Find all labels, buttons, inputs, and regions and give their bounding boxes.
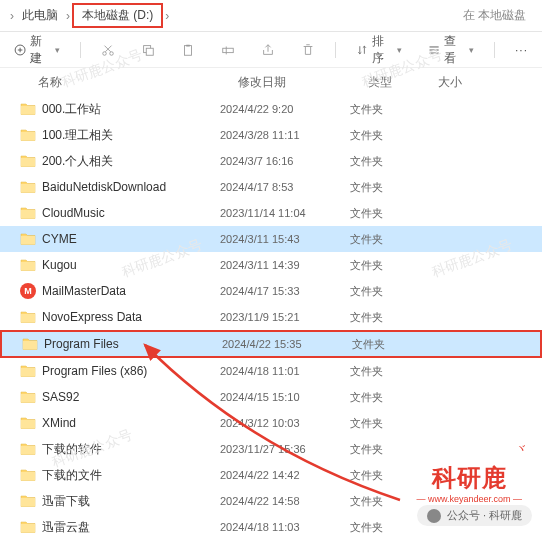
delete-button[interactable] [295,39,321,61]
paste-button[interactable] [175,39,201,61]
sort-icon [356,43,368,57]
file-date: 2024/4/22 15:35 [222,338,352,350]
file-name: 000.工作站 [42,101,101,118]
toolbar: 新建 ▾ 排序 ▾ 查看 ▾ ··· [0,32,542,68]
file-type: 文件夹 [350,232,420,247]
folder-icon [20,494,36,508]
file-name: CYME [42,232,77,246]
file-type: 文件夹 [350,206,420,221]
sort-label: 排序 [372,33,393,67]
file-date: 2024/3/7 16:16 [220,155,350,167]
file-type: 文件夹 [350,128,420,143]
copy-icon [141,43,155,57]
file-type: 文件夹 [350,494,420,509]
file-type: 文件夹 [350,468,420,483]
folder-icon [22,337,38,351]
file-type: 文件夹 [350,284,420,299]
table-row[interactable]: NovoExpress Data2023/11/9 15:21文件夹 [0,304,542,330]
folder-icon [20,154,36,168]
svg-rect-6 [186,44,190,46]
svg-rect-4 [146,48,153,55]
folder-icon [20,128,36,142]
table-row[interactable]: Program Files2024/4/22 15:35文件夹 [0,330,542,358]
plus-circle-icon [14,43,26,57]
file-type: 文件夹 [350,102,420,117]
file-date: 2023/11/27 15:36 [220,443,350,455]
breadcrumb-item-current[interactable]: 本地磁盘 (D:) [72,3,163,28]
folder-icon [20,180,36,194]
header-type[interactable]: 类型 [368,74,438,91]
file-name: Program Files [44,337,119,351]
view-button[interactable]: 查看 ▾ [422,29,480,71]
file-name: 下载的文件 [42,467,102,484]
brand-name: 科研鹿 [416,462,522,494]
file-name: Program Files (x86) [42,364,147,378]
breadcrumb: › 此电脑 › 本地磁盘 (D:) › 在 本地磁盘 [0,0,542,32]
table-row[interactable]: BaiduNetdiskDownload2024/4/17 8:53文件夹 [0,174,542,200]
file-date: 2024/4/17 15:33 [220,285,350,297]
table-row[interactable]: 200.个人相关2024/3/7 16:16文件夹 [0,148,542,174]
search-hint[interactable]: 在 本地磁盘 [463,7,534,24]
header-date[interactable]: 修改日期 [238,74,368,91]
header-size[interactable]: 大小 [438,74,498,91]
svg-rect-7 [223,48,234,52]
table-row[interactable]: Kugou2024/3/11 14:39文件夹 [0,252,542,278]
file-name: 迅雷下载 [42,493,90,510]
mail-icon: M [20,283,36,299]
file-type: 文件夹 [350,310,420,325]
share-button[interactable] [255,39,281,61]
file-name: 200.个人相关 [42,153,113,170]
file-name: CloudMusic [42,206,105,220]
copy-button[interactable] [135,39,161,61]
table-row[interactable]: SAS922024/4/15 15:10文件夹 [0,384,542,410]
folder-icon [20,416,36,430]
folder-icon [20,102,36,116]
table-row[interactable]: 000.工作站2024/4/22 9:20文件夹 [0,96,542,122]
file-date: 2024/3/12 10:03 [220,417,350,429]
chevron-down-icon: ▾ [397,45,402,55]
paste-icon [181,43,195,57]
sort-button[interactable]: 排序 ▾ [350,29,408,71]
folder-icon [20,232,36,246]
list-icon [428,43,440,57]
antler-icon: ヾ [516,443,526,454]
file-name: Kugou [42,258,77,272]
file-type: 文件夹 [350,390,420,405]
view-label: 查看 [444,33,465,67]
file-type: 文件夹 [350,416,420,431]
file-name: XMind [42,416,76,430]
header-name[interactable]: 名称 [38,74,238,91]
separator [494,42,495,58]
file-date: 2023/11/9 15:21 [220,311,350,323]
folder-icon [20,364,36,378]
file-type: 文件夹 [350,442,420,457]
brand-watermark: ヾ 科研鹿 — www.keyandeer.com — [416,447,522,504]
chevron-right-icon: › [64,9,72,23]
breadcrumb-item[interactable]: 此电脑 [16,7,64,24]
file-date: 2024/3/11 14:39 [220,259,350,271]
table-row[interactable]: CYME2024/3/11 15:43文件夹 [0,226,542,252]
file-date: 2023/11/14 11:04 [220,207,350,219]
file-type: 文件夹 [352,337,422,352]
chevron-right-icon: › [8,9,16,23]
folder-icon [20,206,36,220]
table-row[interactable]: Program Files (x86)2024/4/18 11:01文件夹 [0,358,542,384]
folder-icon [20,468,36,482]
file-date: 2024/4/18 11:01 [220,365,350,377]
footer-tag[interactable]: 公众号 · 科研鹿 [417,505,532,526]
folder-icon [20,258,36,272]
table-row[interactable]: XMind2024/3/12 10:03文件夹 [0,410,542,436]
file-type: 文件夹 [350,520,420,535]
svg-point-1 [103,51,107,55]
cut-button[interactable] [95,39,121,61]
new-button[interactable]: 新建 ▾ [8,29,66,71]
file-name: BaiduNetdiskDownload [42,180,166,194]
folder-icon [20,442,36,456]
file-date: 2024/4/17 8:53 [220,181,350,193]
rename-button[interactable] [215,39,241,61]
wechat-icon [427,509,441,523]
table-row[interactable]: CloudMusic2023/11/14 11:04文件夹 [0,200,542,226]
table-row[interactable]: 100.理工相关2024/3/28 11:11文件夹 [0,122,542,148]
table-row[interactable]: MMailMasterData2024/4/17 15:33文件夹 [0,278,542,304]
more-button[interactable]: ··· [509,39,534,61]
